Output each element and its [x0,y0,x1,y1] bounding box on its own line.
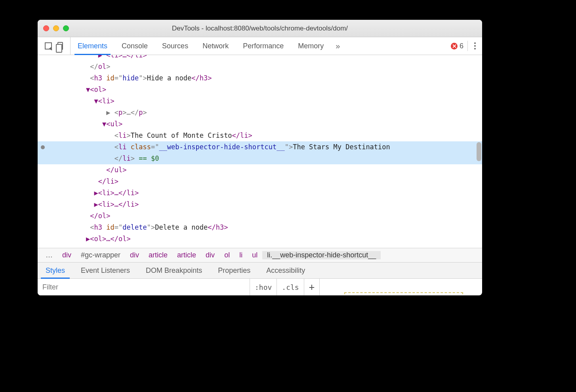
dom-line[interactable]: ▶ <li>…</li> [38,55,482,61]
dom-line[interactable]: ▶<li>…</li> [38,187,482,199]
scrollbar-thumb[interactable] [477,142,481,161]
hidden-node-marker-icon [41,145,45,149]
dom-line[interactable]: ▶ <p>…</p> [38,107,482,118]
dom-line-selected[interactable]: <li class="__web-inspector-hide-shortcut… [38,141,482,153]
styles-sidebar-tabs: Styles Event Listeners DOM Breakpoints P… [38,262,482,279]
breadcrumb: … div #gc-wrapper div article article di… [38,248,482,262]
new-style-rule-button[interactable]: + [304,279,320,295]
box-model-margin-preview [344,292,463,295]
styles-toolbar: :hov .cls + [38,279,482,295]
hov-toggle-button[interactable]: :hov [250,279,277,295]
dom-line[interactable]: <h3 id="delete">Delete a node</h3> [38,222,482,233]
toolbar-left-group [38,37,71,55]
dom-line[interactable]: </ol> [38,61,482,72]
tab-performance[interactable]: Performance [236,37,291,55]
dom-line[interactable]: </ul> [38,164,482,176]
error-icon [451,43,458,49]
dom-line[interactable]: ▶<ol>…</ol> [38,233,482,245]
crumb-item[interactable]: article [172,251,201,259]
dom-line-selected[interactable]: </li> == $0 [38,153,482,164]
device-toggle-icon[interactable] [57,42,63,50]
dom-line[interactable]: </li> [38,176,482,187]
error-count-badge[interactable]: 6 [451,42,463,50]
crumb-overflow[interactable]: … [41,251,57,259]
separator [467,41,468,51]
devtools-window: DevTools - localhost:8080/web/tools/chro… [38,20,482,295]
crumb-item[interactable]: #gc-wrapper [76,251,125,259]
tab-network[interactable]: Network [195,37,236,55]
dom-line[interactable]: ▼<li> [38,95,482,107]
tab-console[interactable]: Console [114,37,155,55]
dom-line[interactable]: <li>The Count of Monte Cristo</li> [38,130,482,141]
titlebar: DevTools - localhost:8080/web/tools/chro… [38,20,482,37]
crumb-item[interactable]: div [201,251,219,259]
toolbar-right-group: 6 [451,37,482,55]
dom-line[interactable]: ▶<li>…</li> [38,199,482,210]
tab-memory[interactable]: Memory [291,37,331,55]
styles-filter-input[interactable] [38,279,250,295]
cls-toggle-button[interactable]: .cls [277,279,304,295]
tab-elements[interactable]: Elements [71,37,114,55]
tab-properties[interactable]: Properties [210,263,258,278]
dom-line[interactable]: <h3 id="hide">Hide a node</h3> [38,72,482,84]
crumb-item[interactable]: li [235,251,247,259]
close-icon[interactable] [43,25,49,31]
dom-line[interactable]: ▼<ul> [38,118,482,130]
tab-accessibility[interactable]: Accessibility [258,263,313,278]
tab-event-listeners[interactable]: Event Listeners [73,263,138,278]
window-title: DevTools - localhost:8080/web/tools/chro… [38,25,482,32]
minimize-icon[interactable] [53,25,59,31]
tabs-overflow-icon[interactable]: » [331,37,345,55]
crumb-item[interactable]: ul [247,251,262,259]
traffic-lights [43,25,69,31]
dom-tree[interactable]: ▶ <li>…</li> </ol> <h3 id="hide">Hide a … [38,55,482,248]
dom-line[interactable]: ▼<ol> [38,84,482,95]
crumb-item-selected[interactable]: li.__web-inspector-hide-shortcut__ [262,251,381,259]
crumb-item[interactable]: ol [219,251,235,259]
tab-styles[interactable]: Styles [38,263,73,278]
settings-menu-icon[interactable] [472,42,478,49]
main-toolbar: Elements Console Sources Network Perform… [38,37,482,55]
panel-tabs: Elements Console Sources Network Perform… [71,37,345,55]
error-count: 6 [460,42,463,50]
inspect-element-icon[interactable] [45,42,52,49]
crumb-item[interactable]: div [57,251,76,259]
tab-sources[interactable]: Sources [155,37,195,55]
dom-line[interactable]: </ol> [38,210,482,222]
tab-dom-breakpoints[interactable]: DOM Breakpoints [138,263,210,278]
crumb-item[interactable]: div [125,251,144,259]
crumb-item[interactable]: article [144,251,172,259]
zoom-icon[interactable] [63,25,69,31]
